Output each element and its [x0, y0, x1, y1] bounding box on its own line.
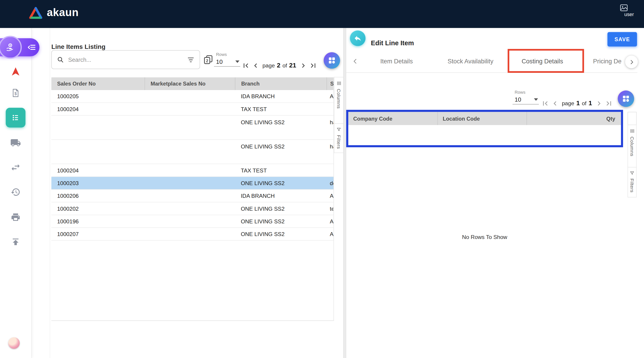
table-row[interactable]: 1000207 ONE LIVING SS2 Ak	[51, 228, 334, 241]
grid-view-button[interactable]	[324, 52, 340, 69]
brand-logo[interactable]: akaun	[29, 6, 79, 19]
rows-value: 10	[514, 96, 521, 102]
grid-icon	[622, 94, 630, 103]
cell-truncated	[326, 164, 334, 176]
tab-stock-availability[interactable]: Stock Availability	[432, 49, 508, 72]
table-row[interactable]: 1000206 IDA BRANCH Ak	[51, 190, 334, 202]
sales-invoice-icon: $	[10, 88, 20, 98]
column-marketplace-sales-no[interactable]: Marketplace Sales No	[144, 77, 235, 90]
sidebar-item-print[interactable]	[6, 207, 25, 227]
sidebar-item-bizapp[interactable]	[6, 62, 25, 81]
table-row[interactable]: ONE LIVING SS2 ha	[51, 140, 334, 164]
cell-marketplace-sales-no	[144, 90, 235, 102]
filters-side-tab[interactable]: Filters	[628, 167, 636, 198]
cell-truncated: Ak	[326, 228, 334, 240]
svg-text:2: 2	[206, 59, 208, 63]
profile-avatar[interactable]	[8, 337, 20, 349]
tab-bar: Item Details Stock Availability Costing …	[346, 49, 638, 73]
history-clock-icon	[10, 187, 20, 197]
table-row[interactable]: ONE LIVING SS2 ha	[51, 116, 334, 140]
first-page-button[interactable]	[540, 98, 550, 109]
column-location-code[interactable]: Location Code	[438, 112, 526, 125]
filters-label: Filters	[630, 178, 634, 193]
rows-per-page-select[interactable]: Rows 10	[512, 90, 539, 104]
sidebar-item-transfers[interactable]	[6, 157, 25, 177]
table-row[interactable]: 1000205 IDA BRANCH Ak	[51, 90, 334, 103]
search-icon	[57, 56, 64, 63]
cell-marketplace-sales-no	[144, 190, 235, 202]
filter-list-icon[interactable]	[187, 56, 195, 64]
sidebar-item-history[interactable]	[6, 182, 25, 202]
column-sales-order-no[interactable]: Sales Order No	[51, 77, 144, 90]
brand-name: akaun	[47, 6, 79, 19]
printer-icon	[10, 212, 20, 222]
back-button[interactable]	[350, 31, 366, 46]
rows-label: Rows	[214, 52, 240, 57]
empty-table-message: No Rows To Show	[348, 234, 621, 240]
prev-page-button[interactable]	[550, 98, 560, 109]
cell-marketplace-sales-no	[144, 202, 235, 215]
panel-title: Edit Line Item	[371, 40, 414, 47]
cell-branch: TAX TEST	[235, 103, 326, 115]
column-branch[interactable]: Branch	[235, 77, 326, 90]
column-company-code[interactable]: Company Code	[348, 112, 437, 125]
search-box[interactable]	[51, 50, 200, 69]
tab-item-details[interactable]: Item Details	[369, 49, 424, 72]
funnel-icon	[336, 127, 342, 132]
app-root: akaun user	[0, 0, 644, 358]
sidebar-item-line-items[interactable]	[6, 108, 25, 127]
topbar: akaun user	[0, 0, 644, 28]
tabs-scroll-next-button[interactable]	[625, 55, 638, 68]
table-row[interactable]: 1000196 ONE LIVING SS2 Ak	[51, 215, 334, 228]
next-page-button[interactable]	[298, 60, 308, 71]
transfer-arrows-icon	[10, 162, 21, 173]
total-pages: 1	[589, 100, 592, 107]
columns-icon	[629, 128, 635, 134]
columns-side-tab[interactable]: Columns	[334, 77, 344, 124]
columns-side-tab[interactable]: Columns	[628, 125, 636, 167]
costing-table-header: Company Code Location Code Qty	[348, 112, 621, 125]
tab-costing-details[interactable]: Costing Details	[512, 49, 572, 72]
cell-truncated: Ak	[326, 90, 334, 102]
sidebar-item-delivery[interactable]	[6, 133, 25, 152]
chevron-right-icon	[628, 59, 635, 65]
cell-sales-order-no: 1000207	[51, 228, 144, 240]
filters-side-tab[interactable]: Filters	[334, 123, 344, 153]
column-qty[interactable]: Qty	[526, 112, 621, 125]
sidebar-item-upload[interactable]	[6, 232, 25, 252]
prev-page-button[interactable]	[250, 60, 260, 71]
search-input[interactable]	[67, 56, 184, 63]
first-page-button[interactable]	[241, 60, 250, 71]
copy-pages-icon: 2	[203, 54, 214, 65]
table-row[interactable]: 1000204 TAX TEST	[51, 164, 334, 177]
chevron-right-icon	[299, 61, 308, 70]
table-side-tools: Columns Filters	[628, 112, 636, 197]
grid-view-button[interactable]	[618, 91, 634, 107]
akaun-logo-icon	[29, 6, 43, 19]
cell-branch: IDA BRANCH	[235, 90, 326, 102]
cell-truncated	[326, 103, 334, 115]
column-truncated[interactable]: Sa	[326, 77, 334, 90]
last-page-button[interactable]	[308, 60, 318, 71]
table-row[interactable]: 1000202 ONE LIVING SS2 te	[51, 202, 334, 215]
sidebar-item-invoice[interactable]: $	[6, 83, 25, 103]
rows-per-page-select[interactable]: Rows 10	[214, 52, 240, 67]
table-row-selected[interactable]: 1000203 ONE LIVING SS2 do	[51, 177, 334, 190]
dropdown-caret-icon	[534, 98, 538, 101]
duplicate-view-button[interactable]: 2	[202, 54, 214, 65]
cell-truncated: do	[326, 177, 334, 190]
save-button[interactable]: SAVE	[608, 32, 637, 47]
cell-truncated: Ak	[326, 190, 334, 202]
tabs-scroll-prev-button[interactable]	[350, 56, 360, 66]
pagination: page 1 of 1	[540, 97, 614, 109]
table-row[interactable]: 1000204 TAX TEST	[51, 103, 334, 115]
last-page-button[interactable]	[604, 98, 614, 109]
cell-marketplace-sales-no	[144, 164, 235, 176]
edit-line-item-panel: Edit Line Item SAVE Item Details Stock A…	[346, 28, 644, 358]
bizapp-red-icon	[10, 66, 21, 77]
columns-label: Columns	[336, 89, 342, 109]
grid-icon	[328, 56, 336, 65]
user-menu[interactable]: user	[619, 4, 638, 21]
cell-marketplace-sales-no	[144, 103, 235, 115]
next-page-button[interactable]	[594, 98, 604, 109]
